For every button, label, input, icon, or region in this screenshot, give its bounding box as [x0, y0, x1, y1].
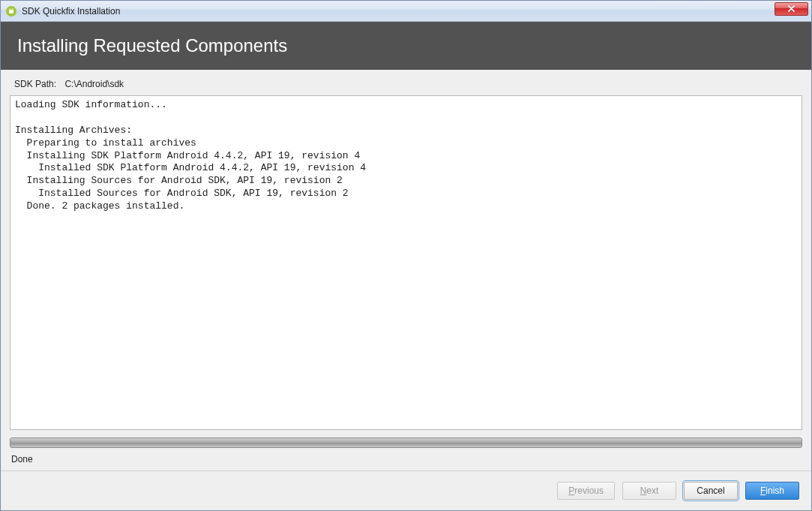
cancel-button[interactable]: Cancel — [684, 482, 738, 500]
sdk-path-value: C:\Android\sdk — [64, 79, 124, 89]
android-studio-icon — [5, 5, 17, 17]
footer-buttons: Previous Next Cancel Finish — [1, 470, 811, 510]
titlebar[interactable]: SDK Quickfix Installation — [1, 1, 811, 22]
window-title: SDK Quickfix Installation — [22, 6, 775, 17]
sdk-path-label: SDK Path: — [14, 79, 56, 89]
previous-button: Previous — [557, 482, 615, 500]
header-title: Installing Requested Components — [17, 35, 287, 56]
header-banner: Installing Requested Components — [1, 22, 811, 70]
svg-rect-1 — [9, 10, 13, 14]
content-area: SDK Path: C:\Android\sdk Loading SDK inf… — [1, 70, 811, 470]
close-button[interactable] — [775, 2, 808, 16]
sdk-path-row: SDK Path: C:\Android\sdk — [10, 77, 802, 95]
svg-point-2 — [9, 8, 10, 10]
finish-button[interactable]: Finish — [745, 482, 799, 500]
installer-window: SDK Quickfix Installation Installing Req… — [0, 0, 812, 511]
close-icon — [787, 5, 796, 12]
install-log[interactable]: Loading SDK information... Installing Ar… — [10, 95, 802, 430]
next-button: Next — [622, 482, 676, 500]
svg-point-3 — [12, 8, 13, 10]
status-text: Done — [10, 448, 802, 470]
progress-bar — [10, 437, 802, 448]
